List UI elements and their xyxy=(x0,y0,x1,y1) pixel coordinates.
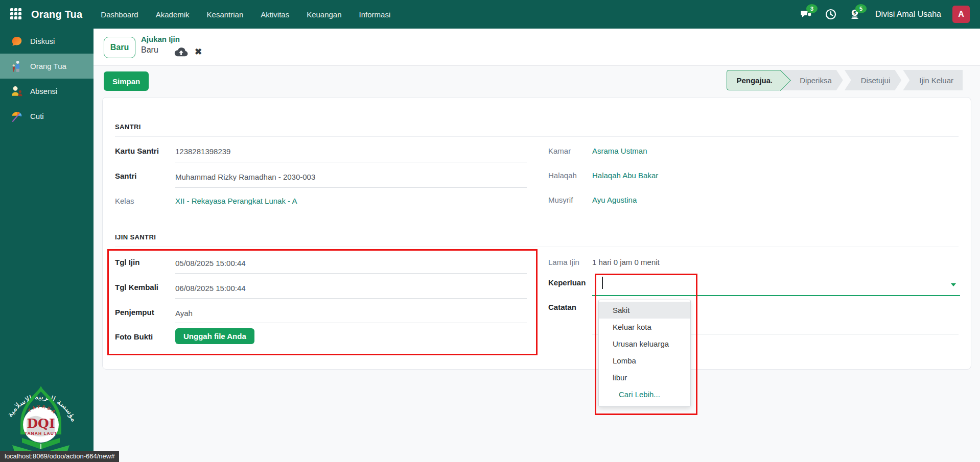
menu-item-dashboard[interactable]: Dashboard xyxy=(101,10,138,19)
menu-item-akademik[interactable]: Akademik xyxy=(156,10,190,19)
sidebar-item-absensi[interactable]: Absensi xyxy=(0,79,94,104)
history-clock-icon[interactable] xyxy=(824,8,837,21)
dropdown-option-keluar-kota[interactable]: Keluar kota xyxy=(599,319,690,335)
organization-logo: مؤسسة التربية الاسلامية YAYASAN DQI TANA… xyxy=(2,376,80,462)
logo-acronym: DQI xyxy=(27,416,55,431)
sidebar-item-label: Absensi xyxy=(30,87,57,95)
step-ijin-keluar[interactable]: Ijin Keluar xyxy=(903,70,963,90)
kamar-label: Kamar xyxy=(548,147,571,155)
menu-item-kesantrian[interactable]: Kesantrian xyxy=(207,10,244,19)
breadcrumb-bar: Baru Ajukan Ijin Baru ✖ xyxy=(94,29,980,66)
app-title[interactable]: Orang Tua xyxy=(31,9,82,20)
section-divider xyxy=(115,136,959,137)
sidebar-item-label: Cuti xyxy=(30,112,44,120)
sidebar-item-diskusi[interactable]: Diskusi xyxy=(0,29,94,54)
save-cloud-icon[interactable] xyxy=(174,47,188,59)
menu-item-informasi[interactable]: Informasi xyxy=(359,10,391,19)
musyrif-label: Musyrif xyxy=(548,196,573,204)
diskusi-chat-icon xyxy=(10,35,24,48)
tgl-ijin-label: Tgl Ijin xyxy=(115,258,139,266)
top-navbar: Orang Tua Dashboard Akademik Kesantrian … xyxy=(0,0,980,29)
step-pengajuan[interactable]: Pengajuan xyxy=(727,70,780,90)
status-url-tooltip: localhost:8069/odoo/action-664/new# xyxy=(0,451,119,462)
kartu-santri-input[interactable]: 1238281398239 xyxy=(175,147,230,156)
menu-item-aktivitas[interactable]: Aktivitas xyxy=(261,10,289,19)
lama-ijin-label: Lama Ijin xyxy=(548,258,579,266)
chevron-down-icon[interactable] xyxy=(951,283,956,286)
avatar[interactable]: A xyxy=(952,6,970,23)
foto-bukti-label: Foto Bukti xyxy=(115,332,153,341)
attendance-people-icon xyxy=(10,85,24,98)
activities-icon[interactable]: $ 5 xyxy=(849,8,862,21)
app-window: Orang Tua Dashboard Akademik Kesantrian … xyxy=(0,0,980,462)
santri-input[interactable]: Muhammad Rizky Ramadhan - 2030-003 xyxy=(175,173,315,181)
messages-icon[interactable]: 3 xyxy=(800,8,813,21)
input-underline xyxy=(175,323,527,323)
catatan-label: Catatan xyxy=(548,303,576,311)
statusbar-steps: Pengajuan Diperiksa Disetujui Ijin Kelua… xyxy=(727,70,963,90)
form-card: SANTRI Kartu Santri 1238281398239 Santri… xyxy=(102,97,971,370)
kelas-link[interactable]: XII - Rekayasa Perangkat Lunak - A xyxy=(175,197,297,205)
dropdown-option-lomba[interactable]: Lomba xyxy=(599,352,690,369)
keperluan-focus-underline xyxy=(592,295,960,296)
clock-icon xyxy=(825,8,837,20)
navbar-right: 3 $ 5 Divisi Amal Usaha A xyxy=(800,6,980,23)
halaqah-link[interactable]: Halaqah Abu Bakar xyxy=(592,171,658,180)
dropdown-option-libur[interactable]: libur xyxy=(599,369,690,386)
section-title-santri: SANTRI xyxy=(115,123,141,131)
sidebar-item-label: Orang Tua xyxy=(30,62,66,70)
stage-badge[interactable]: Baru xyxy=(104,37,135,58)
sidebar-item-orang-tua[interactable]: Orang Tua xyxy=(0,54,94,79)
input-underline xyxy=(175,298,527,299)
parent-child-icon xyxy=(10,60,24,73)
keperluan-dropdown: Sakit Keluar kota Urusan keluarga Lomba … xyxy=(598,300,691,407)
upload-file-button[interactable]: Unggah file Anda xyxy=(175,328,254,344)
sidebar-item-cuti[interactable]: Cuti xyxy=(0,104,94,129)
main-menu: Dashboard Akademik Kesantrian Aktivitas … xyxy=(101,10,390,19)
kelas-label: Kelas xyxy=(115,197,134,205)
santri-label: Santri xyxy=(115,172,137,180)
lama-ijin-value: 1 hari 0 jam 0 menit xyxy=(592,258,660,266)
apps-grid-icon[interactable] xyxy=(10,8,22,20)
input-underline xyxy=(175,273,527,274)
breadcrumb-record-name: Baru xyxy=(141,45,158,55)
dropdown-option-urusan-keluarga[interactable]: Urusan keluarga xyxy=(599,335,690,352)
discard-close-icon[interactable]: ✖ xyxy=(195,46,202,57)
musyrif-link[interactable]: Ayu Agustina xyxy=(592,196,637,204)
penjemput-label: Penjemput xyxy=(115,308,154,317)
umbrella-icon xyxy=(10,110,24,123)
step-disetujui[interactable]: Disetujui xyxy=(845,70,902,90)
section-title-ijin-santri: IJIN SANTRI xyxy=(115,233,156,241)
tgl-kembali-input[interactable]: 06/08/2025 15:00:44 xyxy=(175,284,246,293)
sidebar-item-label: Diskusi xyxy=(30,37,55,45)
section-divider xyxy=(115,247,959,247)
tgl-kembali-label: Tgl Kembali xyxy=(115,283,158,291)
user-menu[interactable]: Divisi Amal Usaha xyxy=(875,10,941,19)
dropdown-option-sakit[interactable]: Sakit xyxy=(599,302,690,319)
breadcrumb-title[interactable]: Ajukan Ijin xyxy=(141,35,180,43)
logo-region: TANAH LAUT xyxy=(25,431,57,436)
messages-badge: 3 xyxy=(806,4,818,13)
halaqah-label: Halaqah xyxy=(548,171,577,180)
save-button[interactable]: Simpan xyxy=(104,71,149,91)
input-underline xyxy=(175,162,527,162)
activities-badge: 5 xyxy=(855,4,867,13)
menu-item-keuangan[interactable]: Keuangan xyxy=(307,10,341,19)
tgl-ijin-input[interactable]: 05/08/2025 15:00:44 xyxy=(175,259,246,268)
kartu-santri-label: Kartu Santri xyxy=(115,147,159,155)
keperluan-label: Keperluan xyxy=(548,278,586,287)
dropdown-search-more[interactable]: Cari Lebih... xyxy=(599,386,690,403)
input-underline xyxy=(175,187,527,188)
penjemput-input[interactable]: Ayah xyxy=(175,309,193,318)
kamar-link[interactable]: Asrama Ustman xyxy=(592,147,647,155)
text-cursor xyxy=(602,277,603,289)
sidebar: Diskusi Orang Tua Absensi xyxy=(0,29,94,462)
